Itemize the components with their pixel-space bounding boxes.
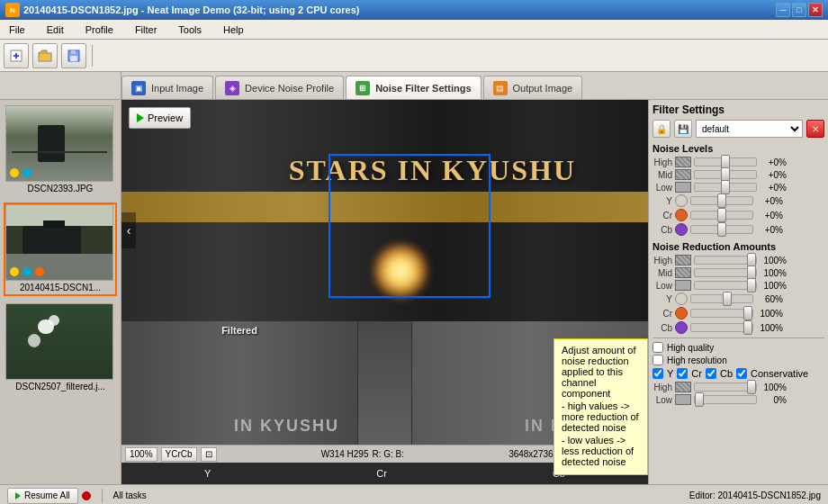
- cr-channel-checkbox[interactable]: [677, 368, 688, 379]
- reduction-y-slider[interactable]: [690, 294, 753, 303]
- window-controls[interactable]: ─ □ ✕: [776, 3, 823, 17]
- noise-y-icon: [675, 194, 688, 207]
- noise-high-icon: [675, 157, 691, 167]
- noise-level-high: High +0%: [652, 157, 824, 167]
- list-item[interactable]: 20140415-DSCN1...: [4, 202, 117, 296]
- list-item[interactable]: DSCN2507_filtered.j...: [4, 302, 117, 395]
- filter-close-button[interactable]: ✕: [806, 120, 824, 138]
- noise-cr-label: Cr: [652, 211, 672, 220]
- preview-label: Preview: [148, 112, 183, 123]
- resume-all-button[interactable]: Resume All: [7, 488, 78, 504]
- filter-save-button[interactable]: 💾: [674, 120, 692, 138]
- maximize-button[interactable]: □: [792, 3, 806, 17]
- extra-low-slider[interactable]: [694, 395, 757, 404]
- editor-label: Editor: 20140415-DSCN1852.jpg: [689, 490, 821, 500]
- noise-high-slider[interactable]: [694, 158, 757, 166]
- tooltip-line-1: - high values -> more reduction of detec…: [562, 400, 640, 433]
- noise-high-label: High: [652, 158, 672, 167]
- filter-lock-button[interactable]: 🔒: [652, 120, 670, 138]
- reduction-low: Low 100%: [652, 280, 824, 291]
- reduction-high-slider[interactable]: [694, 256, 757, 265]
- noise-level-mid: Mid +0%: [652, 169, 824, 180]
- play-icon: [137, 113, 144, 122]
- noise-low-icon: [675, 182, 691, 193]
- preview-button[interactable]: Preview: [129, 107, 191, 129]
- reduction-mid-value: 100%: [760, 268, 787, 278]
- reduction-low-icon: [675, 280, 691, 291]
- reduction-high-icon: [675, 255, 691, 266]
- zoom-level-button[interactable]: 100%: [125, 447, 158, 462]
- toolbar-new-button[interactable]: [4, 43, 29, 68]
- scroll-left-arrow[interactable]: ‹: [122, 212, 136, 248]
- noise-mid-icon: [675, 169, 691, 180]
- extra-high-slider[interactable]: [694, 382, 757, 392]
- noise-cb-slider[interactable]: [690, 225, 753, 234]
- reduction-cr-slider[interactable]: [690, 309, 753, 318]
- reduction-mid-icon: [675, 267, 691, 278]
- reduction-cb-slider[interactable]: [690, 323, 753, 332]
- reduction-mid-slider[interactable]: [694, 268, 757, 277]
- noise-reduction-title: Noise Reduction Amounts: [652, 241, 824, 252]
- dot-teal: [22, 168, 32, 177]
- reduction-cr-label: Cr: [652, 309, 672, 319]
- conservative-checkbox[interactable]: [736, 368, 747, 379]
- app-icon: N: [5, 3, 20, 17]
- selection-box: [328, 154, 490, 298]
- tab-device-noise[interactable]: ◈ Device Noise Profile: [215, 76, 344, 99]
- high-resolution-checkbox[interactable]: [652, 355, 663, 365]
- close-button[interactable]: ✕: [808, 3, 823, 17]
- filter-profile-select[interactable]: default: [696, 120, 803, 138]
- output-image-icon: ▤: [493, 81, 508, 95]
- reduction-cb-value: 100%: [756, 323, 783, 333]
- tab-filter-label: Noise Filter Settings: [375, 83, 471, 94]
- noise-low-slider[interactable]: [694, 183, 757, 192]
- noise-cb-value: +0%: [756, 225, 783, 235]
- high-quality-label: High quality: [667, 343, 714, 353]
- tab-filter-settings[interactable]: ⊞ Noise Filter Settings: [346, 76, 481, 99]
- tab-input-image[interactable]: ▣ Input Image: [122, 76, 213, 99]
- noise-y-slider[interactable]: [690, 196, 753, 205]
- rgb-display: R: G: B:: [372, 449, 404, 459]
- dot-yellow: [10, 168, 19, 177]
- tab-device-label: Device Noise Profile: [245, 83, 334, 94]
- menu-edit[interactable]: Edit: [41, 22, 69, 37]
- y-channel-checkbox[interactable]: [652, 368, 663, 379]
- extra-high-value: 100%: [760, 382, 787, 392]
- noise-level-cb: Cb +0%: [652, 223, 824, 236]
- reduction-cb-label: Cb: [652, 323, 672, 333]
- noise-cr-slider[interactable]: [690, 211, 753, 220]
- menu-profile[interactable]: Profile: [80, 22, 119, 37]
- status-bar: Resume All All tasks Editor: 20140415-DS…: [0, 484, 828, 504]
- noise-mid-label: Mid: [652, 170, 672, 180]
- reduction-low-value: 100%: [760, 281, 787, 291]
- list-item[interactable]: DSCN2393.JPG: [4, 104, 117, 197]
- noise-cb-icon: [675, 223, 688, 236]
- reduction-low-slider[interactable]: [694, 281, 757, 290]
- extra-high-row: High 100%: [652, 382, 824, 392]
- status-separator: [102, 489, 103, 503]
- toolbar-open-button[interactable]: [32, 43, 58, 68]
- minimize-button[interactable]: ─: [776, 3, 790, 17]
- menu-help[interactable]: Help: [218, 22, 249, 37]
- tab-output-image[interactable]: ▤ Output Image: [483, 76, 583, 99]
- title-bar: N 20140415-DSCN1852.jpg - Neat Image Dem…: [0, 0, 828, 20]
- filter-profile-row: 🔒 💾 default ✕: [652, 120, 824, 138]
- extra-high-icon: [675, 382, 691, 392]
- tab-bar: ▣ Input Image ◈ Device Noise Profile ⊞ N…: [122, 72, 828, 99]
- menu-file[interactable]: File: [4, 22, 31, 37]
- toolbar-save-button[interactable]: [61, 43, 86, 68]
- noise-mid-slider[interactable]: [694, 170, 757, 179]
- stop-button[interactable]: [82, 491, 91, 500]
- menu-tools[interactable]: Tools: [173, 22, 207, 37]
- zoom-fit-button[interactable]: ⊡: [201, 447, 217, 462]
- cb-channel-checkbox[interactable]: [706, 368, 716, 379]
- tooltip: Adjust amount of noise reduction applied…: [554, 338, 648, 475]
- reduction-y-icon: [675, 292, 688, 305]
- menu-filter[interactable]: Filter: [130, 22, 162, 37]
- reduction-cr-icon: [675, 307, 688, 320]
- high-quality-checkbox[interactable]: [652, 342, 663, 353]
- high-resolution-row: High resolution: [652, 355, 824, 365]
- color-mode-button[interactable]: YCrCb: [161, 447, 197, 462]
- channel-cr: Cr: [376, 468, 387, 479]
- reduction-cr-value: 100%: [756, 309, 783, 319]
